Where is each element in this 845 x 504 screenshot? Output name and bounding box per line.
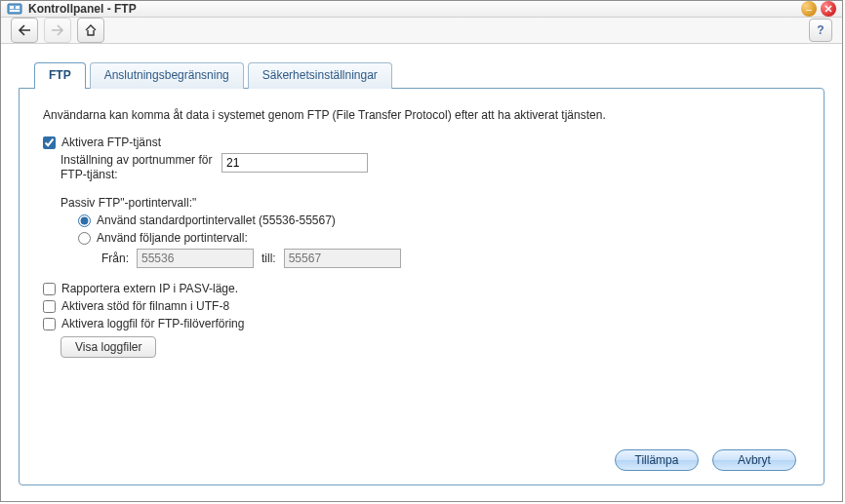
passive-title: Passiv FTP"-portintervall:" (43, 196, 800, 210)
cancel-label: Avbryt (738, 453, 771, 467)
report-ip-row: Rapportera extern IP i PASV-läge. (43, 282, 800, 295)
port-row: Inställning av portnummer för FTP-tjänst… (43, 153, 800, 182)
toolbar: ? (1, 18, 842, 44)
help-button[interactable]: ? (809, 19, 832, 42)
log-label: Aktivera loggfil för FTP-filöverföring (61, 317, 244, 330)
titlebar: Kontrollpanel - FTP – (1, 1, 842, 18)
back-button[interactable] (11, 18, 38, 43)
port-label: Inställning av portnummer för FTP-tjänst… (60, 153, 221, 182)
custom-range-row: Från: till: (43, 249, 800, 268)
svg-rect-3 (10, 10, 20, 12)
main-panel: FTP Anslutningsbegränsning Säkerhetsinst… (1, 44, 842, 502)
cancel-button[interactable]: Avbryt (712, 449, 796, 471)
utf8-row: Aktivera stöd för filnamn i UTF-8 (43, 299, 800, 313)
tab-ftp[interactable]: FTP (34, 62, 86, 89)
minimize-button[interactable]: – (801, 1, 817, 17)
radio-custom-range[interactable] (78, 232, 91, 245)
window: Kontrollpanel - FTP – ? FTP Anslutningsb… (0, 0, 843, 502)
enable-ftp-checkbox[interactable] (43, 136, 56, 149)
svg-rect-2 (16, 6, 20, 9)
report-ip-label: Rapportera extern IP i PASV-läge. (61, 282, 238, 295)
utf8-checkbox[interactable] (43, 300, 56, 313)
window-title: Kontrollpanel - FTP (28, 2, 797, 16)
report-ip-checkbox[interactable] (43, 283, 56, 295)
tab-label: FTP (49, 68, 71, 82)
home-button[interactable] (77, 18, 104, 43)
enable-ftp-row: Aktivera FTP-tjänst (43, 136, 800, 149)
from-input[interactable] (137, 249, 254, 268)
utf8-label: Aktivera stöd för filnamn i UTF-8 (61, 299, 229, 313)
radio-default-range[interactable] (78, 214, 91, 227)
forward-button[interactable] (44, 18, 71, 43)
apply-button[interactable]: Tillämpa (615, 449, 699, 471)
tab-connection-limit[interactable]: Anslutningsbegränsning (90, 62, 244, 89)
log-checkbox[interactable] (43, 318, 56, 330)
tab-label: Anslutningsbegränsning (104, 68, 229, 82)
view-log-button[interactable]: Visa loggfiler (60, 336, 156, 358)
radio-custom-row: Använd följande portintervall: (43, 231, 800, 245)
tab-header: FTP Anslutningsbegränsning Säkerhetsinst… (34, 61, 825, 88)
tab-security[interactable]: Säkerhetsinställningar (248, 62, 392, 89)
apply-label: Tillämpa (635, 453, 679, 467)
enable-ftp-label: Aktivera FTP-tjänst (61, 136, 161, 149)
log-row: Aktivera loggfil för FTP-filöverföring (43, 317, 800, 330)
radio-custom-label: Använd följande portintervall: (97, 231, 248, 245)
port-input[interactable] (221, 153, 368, 173)
footer: Tillämpa Avbryt (43, 440, 800, 471)
close-button[interactable] (821, 1, 836, 17)
radio-default-row: Använd standardportintervallet (55536-55… (43, 213, 800, 227)
ftp-settings: Användarna kan komma åt data i systemet … (43, 108, 800, 440)
view-log-row: Visa loggfiler (43, 334, 800, 358)
app-icon (7, 1, 22, 17)
svg-rect-1 (10, 6, 14, 9)
view-log-label: Visa loggfiler (75, 340, 141, 354)
tab-body: Användarna kan komma åt data i systemet … (19, 88, 825, 485)
intro-text: Användarna kan komma åt data i systemet … (43, 108, 800, 122)
from-label: Från: (101, 252, 129, 265)
tab-label: Säkerhetsinställningar (262, 68, 378, 82)
till-input[interactable] (284, 249, 401, 268)
till-label: till: (262, 252, 276, 265)
radio-default-label: Använd standardportintervallet (55536-55… (97, 213, 336, 227)
